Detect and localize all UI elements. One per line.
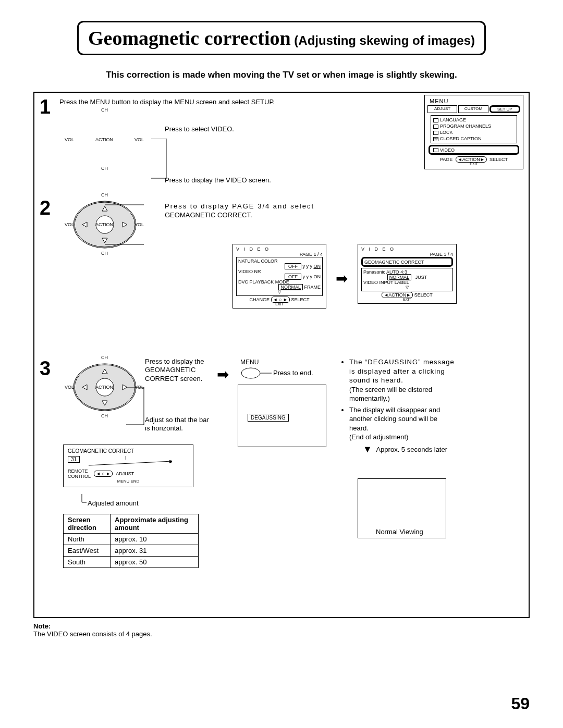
tv-icon xyxy=(433,125,438,129)
step-2-line-1: Press to display PAGE 3/4 and select xyxy=(165,202,314,210)
step-1-line-3: Press to display the VIDEO screen. xyxy=(165,176,271,184)
normal-viewing: Normal Viewing xyxy=(376,528,423,536)
tab-setup: SET UP xyxy=(489,105,520,113)
press-to-end: Press to end. xyxy=(273,369,313,377)
intro-text: This correction is made when moving the … xyxy=(33,70,530,80)
video-nr: VIDEO NR xyxy=(238,269,321,274)
video-osd-title: V I D E O xyxy=(236,246,323,252)
content-frame: 1 Press the MENU button to display the M… xyxy=(33,92,530,618)
natural-color: NATURAL COLOR xyxy=(238,258,321,264)
svg-point-32 xyxy=(241,368,260,378)
ch-label: CH xyxy=(101,107,108,113)
osd-menu-title: MENU xyxy=(427,97,520,105)
video-osd-page: PAGE 1 / 4 xyxy=(236,252,323,257)
geo-correct-osd: GEOMAGNETIC CORRECT 31 | REMOTE CONTROL … xyxy=(63,445,193,487)
vol-label-l: VOL xyxy=(65,137,74,142)
action-label: ACTION xyxy=(95,137,113,142)
step-3-number: 3 xyxy=(40,357,51,379)
tab-adjust: ADJUST xyxy=(427,105,457,113)
arrow-down-icon: ▼ xyxy=(363,444,372,454)
note-label: Note: xyxy=(33,622,51,630)
arrow-right-icon: ➡ xyxy=(336,270,348,287)
video-icon xyxy=(433,148,438,152)
page-title-main: Geomagnetic correction xyxy=(88,27,291,49)
degaussing-label: DEGAUSSING xyxy=(248,414,289,422)
page-title-box: Geomagnetic correction (Adjusting skewin… xyxy=(77,21,486,55)
direction-table: Screen direction Approximate adjusting a… xyxy=(63,514,199,568)
geo-correct-item: GEOMAGNETIC CORRECT xyxy=(364,260,424,265)
svg-marker-35 xyxy=(169,460,172,463)
geo-value: 31 xyxy=(68,456,80,463)
step-1-line-2: Press to select VIDEO. xyxy=(165,125,234,133)
step-1-line-1: Press the MENU button to display the MEN… xyxy=(59,98,275,106)
approx-seconds: Approx. 5 seconds later xyxy=(376,446,447,453)
footer-page: PAGE xyxy=(440,157,452,162)
step-2-number: 2 xyxy=(40,197,51,219)
step-3-line-1: Press to display the GEOMAGNETIC CORRECT… xyxy=(145,357,213,383)
menu-lock: LOCK xyxy=(440,130,453,135)
cc-icon: CC xyxy=(433,137,438,141)
tab-custom: CUSTOM xyxy=(458,105,488,113)
arrow-right-icon-2: ➡ xyxy=(217,366,229,383)
step-3-line-2: Adjust so that the bar is horizontal. xyxy=(145,416,213,433)
degauss-bullet-2: The display will disappear and another c… xyxy=(349,405,457,442)
step-1-number: 1 xyxy=(40,96,51,118)
note-text: The VIDEO screen consists of 4 pages. xyxy=(33,630,152,638)
footer-exit: EXIT xyxy=(427,162,520,166)
footer-select: SELECT xyxy=(489,157,508,162)
ch-label-b: CH xyxy=(101,166,108,171)
svg-line-34 xyxy=(89,461,172,465)
menu-button-icon xyxy=(240,367,272,379)
globe-icon xyxy=(433,118,438,122)
video-input-label: VIDEO INPUT LABEL xyxy=(363,280,451,285)
manual-page: Geomagnetic correction (Adjusting skewin… xyxy=(0,0,563,728)
page-number: 59 xyxy=(511,694,530,713)
menu-cc: CLOSED CAPTION xyxy=(440,136,482,141)
vol-label-r: VOL xyxy=(134,137,144,142)
degauss-bullet-1: The “DEGAUSSING” message is displayed af… xyxy=(349,357,457,403)
menu-language: LANGUAGE xyxy=(440,117,466,122)
menu-video: VIDEO xyxy=(440,147,455,153)
lock-icon xyxy=(433,131,438,135)
menu-program: PROGRAM CHANNELS xyxy=(440,124,491,129)
adjusted-amount-label: Adjusted amount xyxy=(88,499,139,507)
page-title-sub: (Adjusting skewing of images) xyxy=(291,33,475,47)
menu-button-label: MENU xyxy=(240,359,259,366)
